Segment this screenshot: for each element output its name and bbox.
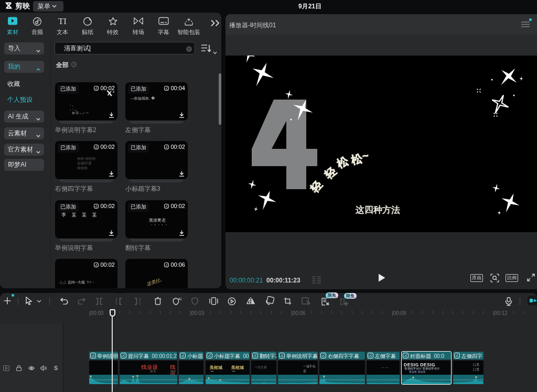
svg-text:AI: AI — [178, 297, 181, 301]
